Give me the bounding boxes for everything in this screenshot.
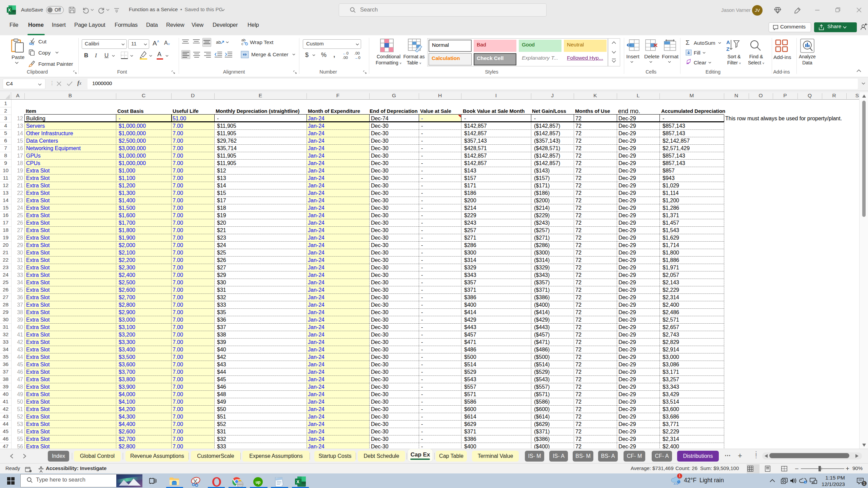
svg-text:ab: ab bbox=[216, 40, 221, 45]
svg-text:X: X bbox=[8, 8, 11, 13]
svg-text:c: c bbox=[241, 42, 243, 46]
svg-text:Z: Z bbox=[726, 46, 729, 52]
svg-text:A: A bbox=[726, 39, 730, 45]
svg-text:up: up bbox=[256, 480, 261, 485]
svg-text:X: X bbox=[296, 479, 299, 484]
